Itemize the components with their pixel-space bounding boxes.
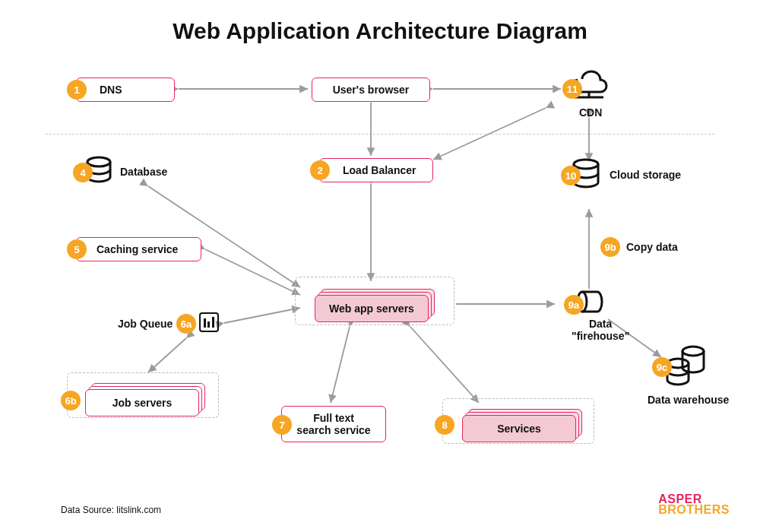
section-divider [46,134,714,135]
svg-line-6 [205,249,300,295]
node-fulltext-label: Full text search service [296,412,370,436]
svg-line-10 [410,327,479,403]
badge-cloud: 10 [561,166,581,185]
badge-copy: 9b [600,237,620,257]
node-fulltext: Full text search service [281,406,386,442]
node-firehose-label: Data "firehouse" [572,318,629,342]
badge-cache: 5 [67,239,87,259]
data-source: Data Source: litslink.com [61,505,161,515]
node-caching: Caching service [76,237,201,261]
svg-line-8 [148,338,186,372]
node-browser-label: User's browser [333,84,410,96]
badge-services: 8 [435,415,454,435]
svg-point-17 [87,157,110,166]
node-dns: DNS [76,78,175,102]
node-webapp-label: Web app servers [329,302,414,315]
node-jobq-label: Job Queue [118,318,173,330]
node-services-label: Services [497,423,541,435]
diagram-title: Web Application Architecture Diagram [0,18,760,44]
badge-db: 4 [73,163,93,182]
brand-logo: ASPER BROTHERS [658,494,730,515]
node-browser: User's browser [312,78,430,102]
svg-line-7 [224,308,300,323]
badge-lb: 2 [310,160,330,180]
node-db-label: Database [120,166,167,178]
node-lb-label: Load Balancer [343,164,416,176]
node-jobservers-label: Job servers [112,397,173,409]
job-queue-icon [199,312,219,332]
node-dns-label: DNS [100,84,122,96]
badge-cdn: 11 [562,79,582,99]
node-copy-label: Copy data [626,241,678,253]
svg-line-9 [331,327,350,403]
svg-point-20 [682,347,704,356]
badge-jobq: 6a [176,314,196,334]
logo-line2: BROTHERS [658,505,730,515]
node-cloud-label: Cloud storage [610,169,681,181]
node-load-balancer: Load Balancer [319,158,433,182]
badge-fulltext: 7 [272,415,292,435]
node-cdn-label: CDN [579,106,602,119]
badge-dns: 1 [67,80,87,100]
node-warehouse-label: Data warehouse [648,394,729,406]
badge-warehouse: 9c [652,357,672,377]
badge-firehose: 9a [564,295,584,315]
svg-point-18 [574,160,598,169]
badge-jobservers: 6b [61,391,81,410]
node-caching-label: Caching service [97,243,178,255]
